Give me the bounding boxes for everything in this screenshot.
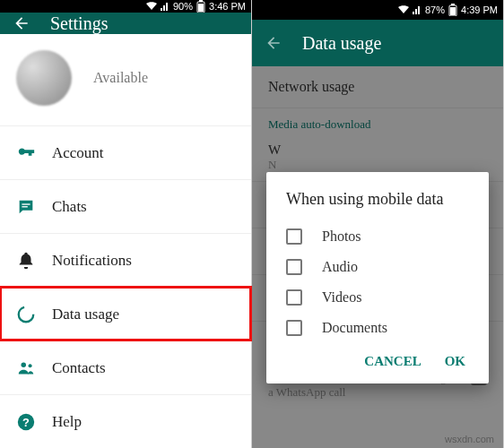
battery-percent: 87% [425, 4, 445, 15]
menu-label: Notifications [52, 252, 132, 270]
svg-rect-1 [199, 0, 203, 2]
battery-percent: 90% [173, 1, 193, 12]
app-bar: Settings [0, 13, 251, 34]
key-icon [16, 143, 52, 163]
signal-icon [413, 5, 421, 14]
bell-icon [16, 251, 52, 271]
back-arrow-icon[interactable] [13, 14, 30, 32]
menu-item-chats[interactable]: Chats [0, 179, 251, 233]
app-bar: Data usage [252, 20, 503, 66]
checkbox-icon[interactable] [286, 289, 302, 306]
dialog-option-videos[interactable]: Videos [286, 282, 469, 313]
watermark: wsxdn.com [445, 434, 494, 444]
svg-point-7 [29, 364, 32, 367]
svg-point-6 [22, 362, 27, 367]
checkbox-icon[interactable] [286, 320, 302, 336]
data-usage-content: Network usage Media auto-download W N W … [252, 66, 503, 448]
battery-icon [448, 4, 457, 16]
clock-time: 3:46 PM [209, 1, 246, 12]
dialog-actions: CANCEL OK [286, 343, 469, 375]
phone-right-datausage: 87% 4:39 PM Data usage Network usage Med… [252, 0, 504, 448]
svg-rect-2 [198, 4, 204, 12]
option-label: Audio [322, 259, 358, 275]
chat-icon [16, 197, 52, 217]
menu-label: Account [52, 144, 104, 162]
mobile-data-dialog: When using mobile data Photos Audio Vide… [266, 172, 489, 383]
profile-status: Available [93, 70, 148, 86]
back-arrow-icon[interactable] [265, 34, 282, 52]
dialog-option-documents[interactable]: Documents [286, 313, 469, 343]
svg-rect-3 [22, 203, 30, 204]
clock-time: 4:39 PM [461, 4, 498, 15]
dialog-title: When using mobile data [286, 190, 469, 209]
svg-text:?: ? [22, 415, 30, 428]
svg-point-5 [19, 306, 34, 322]
wifi-icon [398, 5, 409, 14]
status-bar: 87% 4:39 PM [252, 0, 503, 20]
wifi-icon [146, 2, 157, 11]
profile-row[interactable]: Available [0, 34, 251, 125]
page-title: Settings [50, 13, 108, 34]
dialog-option-audio[interactable]: Audio [286, 252, 469, 282]
menu-label: Data usage [52, 306, 119, 323]
phone-left-settings: 90% 3:46 PM Settings Available Account C… [0, 0, 252, 448]
menu-item-data-usage[interactable]: Data usage [0, 287, 251, 340]
data-icon [16, 305, 52, 324]
option-label: Documents [322, 320, 387, 336]
help-icon: ? [16, 412, 52, 432]
svg-rect-4 [22, 206, 27, 207]
checkbox-icon[interactable] [286, 259, 302, 275]
dialog-option-photos[interactable]: Photos [286, 221, 469, 252]
cancel-button[interactable]: CANCEL [364, 354, 421, 369]
signal-icon [161, 2, 169, 11]
page-title: Data usage [302, 33, 381, 54]
battery-icon [196, 0, 205, 13]
menu-item-contacts[interactable]: Contacts [0, 340, 251, 394]
avatar [16, 50, 72, 106]
contacts-icon [16, 358, 52, 378]
menu-item-notifications[interactable]: Notifications [0, 233, 251, 287]
settings-menu: Account Chats Notifications Data usage C… [0, 125, 251, 448]
svg-rect-12 [450, 7, 456, 15]
option-label: Photos [322, 228, 361, 245]
menu-item-help[interactable]: ? Help [0, 394, 251, 448]
status-bar: 90% 3:46 PM [0, 0, 251, 13]
svg-rect-11 [451, 4, 455, 5]
checkbox-icon[interactable] [286, 228, 302, 245]
ok-button[interactable]: OK [445, 354, 465, 369]
menu-label: Help [52, 413, 82, 431]
menu-item-account[interactable]: Account [0, 125, 251, 179]
option-label: Videos [322, 289, 361, 306]
menu-label: Contacts [52, 359, 106, 377]
menu-label: Chats [52, 198, 87, 216]
